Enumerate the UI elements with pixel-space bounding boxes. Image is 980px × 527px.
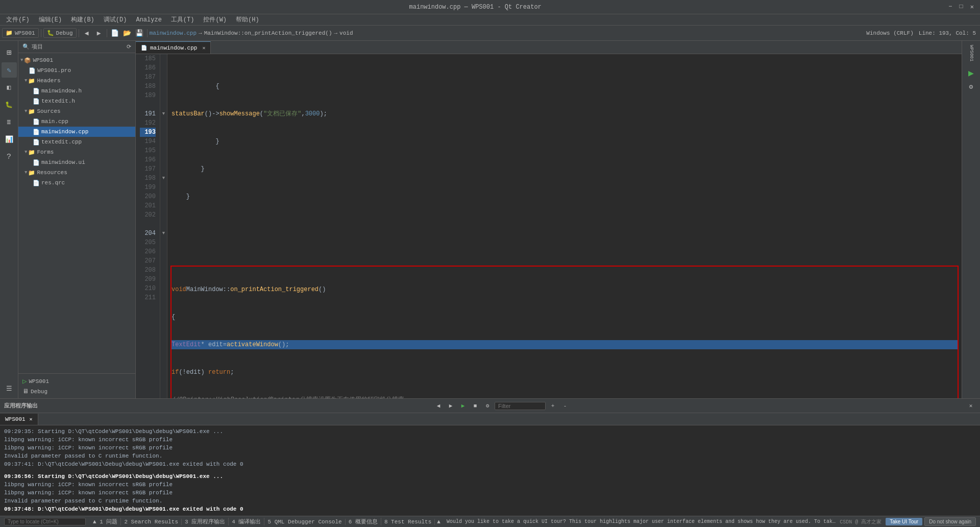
tree-mainwindow-cpp[interactable]: 📄 mainwindow.cpp: [18, 127, 135, 137]
bottom-tab-close[interactable]: ✕: [30, 416, 33, 422]
ln-201: 201: [144, 201, 156, 210]
status-appout[interactable]: 3 应用程序输出: [182, 518, 229, 525]
code-area[interactable]: 185 186 187 188 189 191 192 193 194 195 …: [136, 54, 962, 398]
sidebar-help-btn[interactable]: ?: [2, 149, 17, 164]
tab-icon: 📄: [141, 45, 147, 51]
editor-tabbar: 📄 mainwindow.cpp ✕: [136, 41, 962, 54]
code-content[interactable]: { statusBar()->showMessage("文档已保存",3000)…: [167, 54, 962, 398]
ln-192: 192: [144, 118, 156, 128]
status-search[interactable]: 2 Search Results: [121, 519, 182, 525]
menu-build[interactable]: 构建(B): [67, 14, 99, 25]
fold-191[interactable]: ▼: [162, 109, 165, 118]
open-file-btn[interactable]: 📂: [121, 28, 133, 39]
filter-input[interactable]: [495, 402, 546, 410]
menu-tools[interactable]: 工具(T): [167, 14, 199, 25]
ln-205: 205: [144, 238, 156, 247]
locate-input[interactable]: [4, 518, 86, 525]
output-content[interactable]: 09:29:35: Starting D:\QT\qtCode\WPS001\D…: [0, 425, 980, 516]
minimize-btn[interactable]: −: [946, 3, 954, 11]
status-arrow[interactable]: ▲: [435, 519, 443, 525]
save-btn[interactable]: 💾: [134, 28, 145, 39]
tree-mainwindow-ui[interactable]: 📄 mainwindow.ui: [18, 157, 135, 167]
take-tour-btn[interactable]: Take UI Tour: [886, 518, 922, 525]
tree-wps001[interactable]: ▼ 📦 WPS001: [18, 55, 135, 65]
panel-header: 🔍 项目 ⟳: [18, 41, 135, 53]
ln-185: 185: [144, 54, 156, 63]
tree-textedit-cpp[interactable]: 📄 textedit.cpp: [18, 137, 135, 147]
tree-sources-folder[interactable]: ▼ 📁 Sources: [18, 106, 135, 116]
tree-resources-folder[interactable]: ▼ 📁 Resources: [18, 167, 135, 178]
bottom-tab-wps001[interactable]: WPS001 ✕: [0, 414, 38, 425]
tree-main-cpp[interactable]: 📄 main.cpp: [18, 116, 135, 127]
ln-187: 187: [144, 73, 156, 82]
status-problems[interactable]: ▲ 1 问题: [90, 518, 121, 525]
code-line-191: void MainWindow::on_printAction_triggere…: [172, 285, 958, 294]
run-output-btn[interactable]: ▶: [458, 401, 468, 411]
breadcrumb-fn[interactable]: MainWindow::on_printAction_triggered(): [204, 30, 332, 36]
maximize-btn[interactable]: □: [958, 3, 965, 11]
prev-output-btn[interactable]: ◀: [433, 401, 444, 411]
stop-output-btn[interactable]: ■: [470, 401, 480, 411]
tree-mainwindow-h[interactable]: 📄 mainwindow.h: [18, 86, 135, 96]
menu-file[interactable]: 文件(F): [2, 14, 34, 25]
code-line-186: statusBar()->showMessage("文档已保存",3000);: [172, 109, 958, 118]
status-compile[interactable]: 4 编译输出: [229, 518, 264, 525]
out-line-8: libpng warning: iCCP: known incorrect sR…: [4, 481, 976, 489]
breadcrumb-bar: mainwindow.cpp → MainWindow::on_printAct…: [150, 30, 866, 36]
menu-controls[interactable]: 控件(W): [199, 14, 231, 25]
debug-run-item[interactable]: 🖥 Debug: [20, 387, 133, 396]
tab-close-btn[interactable]: ✕: [202, 45, 205, 51]
status-qml[interactable]: 5 QML Debugger Console: [264, 519, 345, 525]
tree-wps001-pro[interactable]: 📄 WPS001.pro: [18, 65, 135, 76]
settings-output-btn[interactable]: ⚙: [482, 401, 493, 411]
debug-config[interactable]: 🐛 Debug: [43, 28, 77, 38]
fold-198[interactable]: ▼: [162, 174, 165, 183]
debug-right-btn[interactable]: ⚙: [969, 83, 973, 91]
bottom-tab-label: WPS001: [5, 416, 26, 422]
fold-204[interactable]: ▼: [162, 229, 165, 238]
sidebar-projects-btn[interactable]: ≣: [2, 114, 17, 130]
remove-filter-btn[interactable]: -: [560, 401, 570, 411]
menu-help[interactable]: 帮助(H): [232, 14, 263, 25]
tree-forms-folder[interactable]: ▼ 📁 Forms: [18, 147, 135, 157]
sidebar-mode-btn[interactable]: ☰: [2, 381, 17, 396]
project-selector[interactable]: 📁 WPS001: [2, 28, 39, 38]
new-file-btn[interactable]: 📄: [109, 28, 120, 39]
no-tour-btn[interactable]: Do not show again: [924, 517, 976, 526]
sidebar-welcome-btn[interactable]: ⊞: [2, 45, 17, 60]
back-btn[interactable]: ◀: [81, 28, 92, 39]
next-output-btn[interactable]: ▶: [446, 401, 456, 411]
code-line-empty-190: [172, 220, 958, 229]
project-icon: 📁: [6, 30, 13, 36]
close-btn[interactable]: ✕: [968, 3, 976, 11]
close-bottom-btn[interactable]: ✕: [966, 401, 976, 411]
sidebar-analyze-btn[interactable]: 📊: [2, 132, 17, 147]
ln-194: 194: [144, 137, 156, 146]
fold-markers: ▼ ▼ ▼: [160, 54, 167, 398]
debug-icon: 🐛: [47, 30, 54, 36]
sidebar-design-btn[interactable]: ◧: [2, 80, 17, 95]
menu-analyze[interactable]: Analyze: [132, 15, 165, 25]
out-line-11: 09:37:48: D:\QT\qtCode\WPS001\Debug\debu…: [4, 505, 976, 513]
wps001-run-item[interactable]: ▷ WPS001: [20, 376, 133, 387]
menu-debug[interactable]: 调试(D): [100, 14, 131, 25]
status-tests[interactable]: 8 Test Results: [381, 519, 435, 525]
tree-headers-folder[interactable]: ▼ 📁 Headers: [18, 76, 135, 86]
ln-191: 191: [144, 109, 156, 118]
right-sidebar: WPS001 ▶ ⚙: [962, 41, 980, 398]
ln-189: 189: [144, 91, 156, 100]
menu-edit[interactable]: 编辑(E): [35, 14, 66, 25]
ln-206: 206: [144, 247, 156, 256]
run-btn[interactable]: ▶: [968, 67, 974, 79]
code-line-189: }: [172, 192, 958, 201]
breadcrumb-file[interactable]: mainwindow.cpp: [150, 30, 197, 36]
tree-textedit-h[interactable]: 📄 textedit.h: [18, 96, 135, 106]
tree-res-qrc[interactable]: 📄 res.qrc: [18, 178, 135, 188]
add-filter-btn[interactable]: +: [548, 401, 558, 411]
forward-btn[interactable]: ▶: [93, 28, 105, 39]
status-general[interactable]: 6 概要信息: [346, 518, 381, 525]
sidebar-edit-btn[interactable]: ✎: [2, 62, 17, 78]
tab-mainwindow-cpp[interactable]: 📄 mainwindow.cpp ✕: [136, 41, 211, 54]
sidebar-debug-btn[interactable]: 🐛: [2, 97, 17, 112]
panel-sync-btn[interactable]: ⟳: [127, 43, 131, 50]
